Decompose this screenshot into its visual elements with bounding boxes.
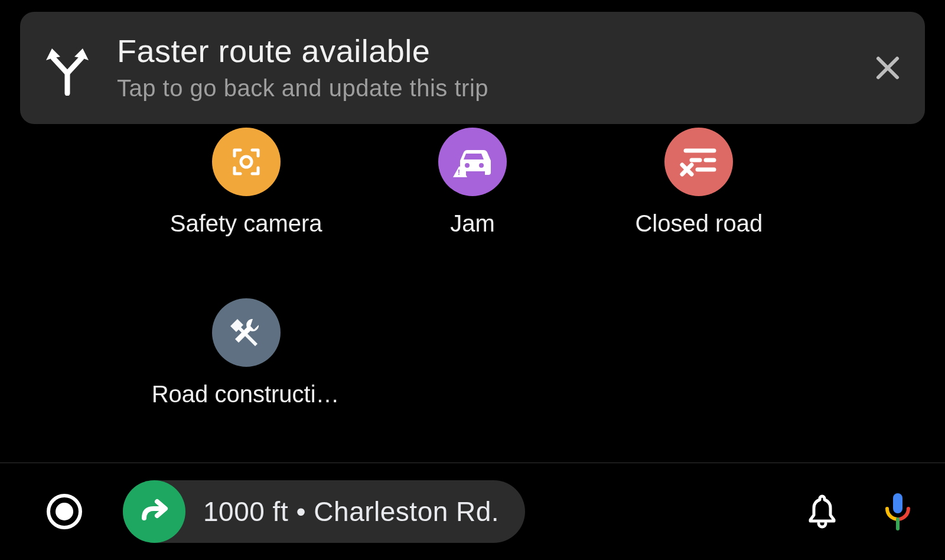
- close-button[interactable]: [867, 47, 908, 89]
- navigation-pill[interactable]: 1000 ft • Charleston Rd.: [123, 480, 525, 543]
- google-mic-icon: [884, 492, 912, 531]
- svg-point-2: [241, 157, 252, 167]
- report-road-construction[interactable]: Road construction: [133, 295, 359, 465]
- navigation-text: 1000 ft • Charleston Rd.: [203, 496, 499, 528]
- svg-point-4: [479, 163, 484, 168]
- report-label: Jam: [450, 210, 495, 237]
- grid-empty: [586, 295, 812, 465]
- report-closed-road[interactable]: Closed road: [586, 124, 812, 295]
- faster-route-notification[interactable]: Faster route available Tap to go back an…: [20, 12, 925, 124]
- safety-camera-icon: [212, 128, 281, 196]
- report-label: Closed road: [635, 210, 762, 237]
- svg-rect-14: [893, 493, 902, 513]
- road-construction-icon: [212, 298, 281, 367]
- launcher-button[interactable]: [41, 489, 87, 535]
- close-icon: [874, 54, 902, 82]
- launcher-icon: [46, 493, 83, 530]
- route-split-icon: [41, 40, 93, 96]
- closed-road-icon: [664, 128, 733, 196]
- report-jam[interactable]: ! Jam: [359, 124, 585, 295]
- svg-point-3: [465, 163, 470, 168]
- jam-icon: !: [438, 128, 507, 196]
- grid-empty: [359, 295, 585, 465]
- report-grid: Safety camera ! Jam: [133, 124, 812, 465]
- report-safety-camera[interactable]: Safety camera: [133, 124, 359, 295]
- svg-text:!: !: [458, 168, 460, 177]
- bottom-bar: 1000 ft • Charleston Rd.: [0, 463, 945, 560]
- svg-point-13: [56, 503, 73, 520]
- notification-subtitle: Tap to go back and update this trip: [117, 75, 867, 102]
- notification-text: Faster route available Tap to go back an…: [117, 34, 867, 102]
- notification-title: Faster route available: [117, 34, 867, 68]
- report-label: Safety camera: [170, 210, 322, 237]
- notifications-button[interactable]: [799, 488, 846, 535]
- report-label: Road construction: [152, 381, 341, 408]
- bell-icon: [807, 494, 838, 529]
- turn-right-icon: [123, 480, 185, 543]
- voice-assistant-button[interactable]: [874, 488, 921, 535]
